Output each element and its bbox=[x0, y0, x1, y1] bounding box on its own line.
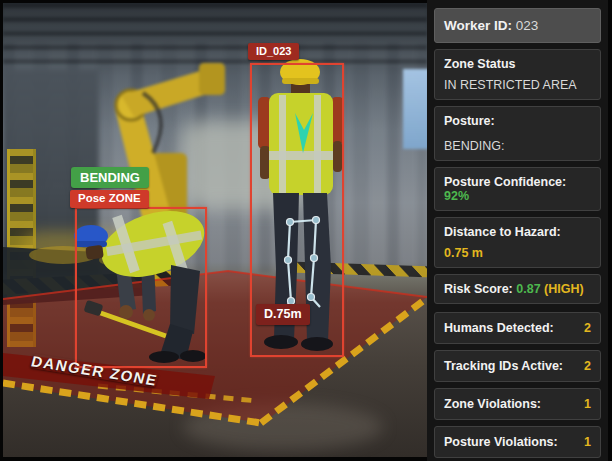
stat-label: Humans Detected: bbox=[444, 321, 554, 335]
zone-status-value: IN RESTRICTED AREA bbox=[444, 78, 591, 92]
distance-section: Distance to Hazard: 0.75 m bbox=[434, 217, 601, 268]
worker-id-value: 023 bbox=[516, 18, 539, 33]
distance-value: 0.75 m bbox=[444, 246, 591, 260]
camera-feed: BENDING Pose ZONE ID_023 D.75m DANGER ZO… bbox=[3, 3, 427, 457]
stat-row-tracking-ids: Tracking IDs Active: 2 bbox=[434, 350, 601, 382]
posture-confidence-value: 92% bbox=[444, 189, 469, 203]
worker-id-badge: ID_023 bbox=[248, 43, 299, 60]
stat-label: Posture Violations: bbox=[444, 435, 558, 449]
worker-id-section: Worker ID: 023 bbox=[434, 8, 601, 43]
posture-label: Posture: bbox=[444, 114, 591, 128]
distance-badge: D.75m bbox=[256, 304, 310, 325]
danger-zone-overlay bbox=[3, 271, 427, 423]
stat-value: 2 bbox=[584, 359, 591, 373]
posture-section: Posture: BENDING: bbox=[434, 106, 601, 161]
telemetry-panel: Worker ID: 023 Zone Status IN RESTRICTED… bbox=[427, 0, 608, 461]
app-window: BENDING Pose ZONE ID_023 D.75m DANGER ZO… bbox=[0, 0, 612, 461]
bounding-box-bending-worker bbox=[75, 207, 207, 368]
stat-label: Tracking IDs Active: bbox=[444, 359, 563, 373]
stat-value: 2 bbox=[584, 321, 591, 335]
risk-score-label: Risk Score: bbox=[444, 282, 513, 296]
stat-value: 1 bbox=[584, 397, 591, 411]
stat-label: Zone Violations: bbox=[444, 397, 541, 411]
risk-score-section: Risk Score: 0.87 (HIGH) bbox=[434, 274, 601, 304]
zone-status-section: Zone Status IN RESTRICTED AREA bbox=[434, 49, 601, 100]
zone-status-label: Zone Status bbox=[444, 57, 591, 71]
stat-row-humans-detected: Humans Detected: 2 bbox=[434, 312, 601, 344]
pose-zone-badge: Pose ZONE bbox=[70, 190, 149, 208]
worker-id-label: Worker ID: bbox=[444, 18, 512, 33]
posture-confidence-label: Posture Confidence: bbox=[444, 175, 566, 189]
stat-row-zone-violations: Zone Violations: 1 bbox=[434, 388, 601, 420]
posture-label-badge: BENDING bbox=[71, 167, 149, 188]
stat-row-posture-violations: Posture Violations: 1 bbox=[434, 426, 601, 458]
stat-value: 1 bbox=[584, 435, 591, 449]
risk-level-badge: (HIGH) bbox=[544, 282, 584, 296]
posture-value: BENDING: bbox=[444, 139, 591, 153]
posture-confidence-section: Posture Confidence: 92% bbox=[434, 167, 601, 211]
distance-label: Distance to Hazard: bbox=[444, 225, 591, 239]
risk-score-value: 0.87 bbox=[516, 282, 540, 296]
scene-art bbox=[3, 3, 427, 457]
